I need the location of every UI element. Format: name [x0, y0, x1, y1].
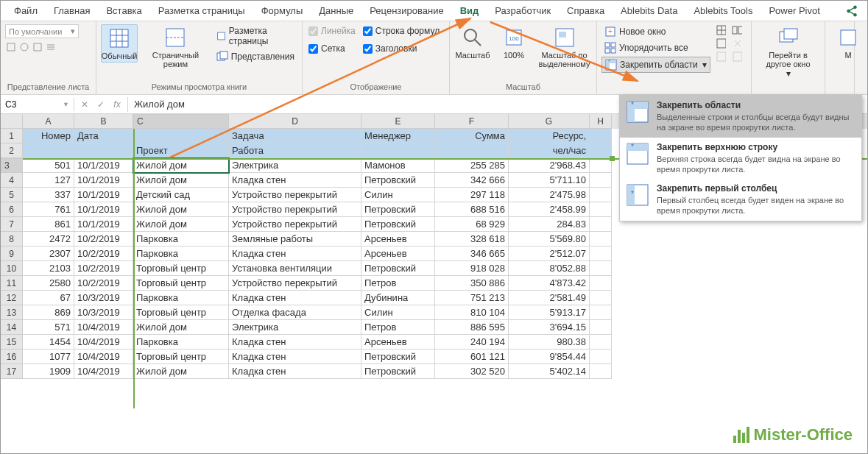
- cell[interactable]: 810 104: [435, 305, 509, 320]
- cell[interactable]: 68 929: [435, 217, 509, 232]
- headings-checkbox[interactable]: Заголовки: [361, 42, 441, 55]
- row-header[interactable]: 2: [1, 143, 23, 158]
- cell[interactable]: 10/1/2019: [74, 202, 133, 217]
- cell[interactable]: 1909: [23, 364, 74, 379]
- cell[interactable]: 342 666: [435, 173, 509, 188]
- cell[interactable]: 4'873.42: [509, 276, 590, 291]
- options-icon[interactable]: [45, 41, 57, 53]
- row-header[interactable]: 13: [1, 305, 23, 320]
- custom-views-button[interactable]: Представления: [214, 49, 297, 64]
- col-header-E[interactable]: E: [361, 114, 435, 129]
- cell[interactable]: Торговый центр: [133, 350, 229, 364]
- cell[interactable]: 284.83: [509, 217, 590, 232]
- cell[interactable]: 2472: [23, 232, 74, 246]
- cell[interactable]: Ресурс,: [509, 129, 590, 143]
- cell[interactable]: Силин: [361, 188, 435, 202]
- cell[interactable]: Кладка стен: [229, 173, 361, 188]
- cell[interactable]: 1454: [23, 335, 74, 350]
- zoom-button[interactable]: Масштаб: [454, 24, 491, 61]
- zoom-selection-button[interactable]: Масштаб по выделенному: [537, 24, 592, 70]
- cell[interactable]: Торговый центр: [133, 305, 229, 320]
- cell[interactable]: Номер: [23, 129, 74, 143]
- cell[interactable]: 10/3/2019: [74, 291, 133, 305]
- tab-help[interactable]: Справка: [560, 2, 612, 19]
- cell[interactable]: 302 520: [435, 364, 509, 379]
- cell[interactable]: [590, 202, 612, 217]
- cell[interactable]: Кладка стен: [229, 291, 361, 305]
- cell[interactable]: Установка вентиляции: [229, 261, 361, 276]
- row-header[interactable]: 7: [1, 217, 23, 232]
- col-header-G[interactable]: G: [509, 114, 590, 129]
- cell[interactable]: Жилой дом: [133, 320, 229, 335]
- tab-developer[interactable]: Разработчик: [487, 2, 558, 19]
- row-header[interactable]: 15: [1, 335, 23, 350]
- cell[interactable]: 980.38: [509, 335, 590, 350]
- cell[interactable]: 127: [23, 173, 74, 188]
- cell[interactable]: 2'968.43: [509, 158, 590, 173]
- cell[interactable]: [590, 320, 612, 335]
- cell[interactable]: 571: [23, 320, 74, 335]
- freeze-panes-item[interactable]: * Закрепить областиВыделенные строки и с…: [620, 96, 861, 138]
- new-icon[interactable]: [32, 41, 43, 53]
- cell[interactable]: 10/1/2019: [74, 158, 133, 173]
- row-header[interactable]: 8: [1, 232, 23, 246]
- cell[interactable]: Арсеньев: [361, 335, 435, 350]
- row-header[interactable]: 12: [1, 291, 23, 305]
- cell[interactable]: Кладка стен: [229, 364, 361, 379]
- cell[interactable]: Жилой дом: [133, 217, 229, 232]
- share-icon[interactable]: [845, 4, 858, 18]
- cell[interactable]: 240 194: [435, 335, 509, 350]
- macros-button[interactable]: М: [830, 24, 867, 61]
- arrange-all-button[interactable]: Упорядочить все: [601, 40, 710, 55]
- cell[interactable]: Петров: [361, 276, 435, 291]
- cell[interactable]: Дата: [74, 129, 133, 143]
- cell[interactable]: Проект: [133, 143, 229, 158]
- cell[interactable]: 9'854.44: [509, 350, 590, 364]
- cell[interactable]: Петровский: [361, 217, 435, 232]
- cell[interactable]: [74, 143, 133, 158]
- cell[interactable]: [590, 143, 612, 158]
- cell[interactable]: Парковка: [133, 335, 229, 350]
- tab-review[interactable]: Рецензирование: [362, 2, 451, 19]
- cell[interactable]: Жилой дом: [133, 173, 229, 188]
- cell[interactable]: Электрика: [229, 158, 361, 173]
- cell[interactable]: Петровский: [361, 261, 435, 276]
- cell[interactable]: Кладка стен: [229, 335, 361, 350]
- row-header[interactable]: 17: [1, 364, 23, 379]
- cell[interactable]: 10/1/2019: [74, 173, 133, 188]
- col-header-D[interactable]: D: [229, 114, 361, 129]
- cell[interactable]: 2580: [23, 276, 74, 291]
- cell[interactable]: Кладка стен: [229, 246, 361, 261]
- cell[interactable]: Петровский: [361, 350, 435, 364]
- reset-pos-button[interactable]: [731, 51, 743, 63]
- row-header[interactable]: 6: [1, 202, 23, 217]
- cell[interactable]: Петров: [361, 320, 435, 335]
- cell[interactable]: [590, 232, 612, 246]
- new-window-button[interactable]: + Новое окно: [601, 24, 710, 39]
- tab-data[interactable]: Данные: [311, 2, 361, 19]
- page-break-view-button[interactable]: Страничный режим: [142, 24, 208, 70]
- sheet-view-select[interactable]: По умолчании▾: [5, 24, 79, 38]
- cell[interactable]: [590, 217, 612, 232]
- cell[interactable]: 10/2/2019: [74, 276, 133, 291]
- cell[interactable]: 861: [23, 217, 74, 232]
- cell[interactable]: 350 886: [435, 276, 509, 291]
- cell[interactable]: Жилой дом: [133, 202, 229, 217]
- split-button[interactable]: [715, 24, 727, 36]
- zoom-100-button[interactable]: 100 100%: [495, 24, 532, 61]
- cell[interactable]: 501: [23, 158, 74, 173]
- cell[interactable]: [590, 291, 612, 305]
- row-header[interactable]: 9: [1, 246, 23, 261]
- cell[interactable]: [590, 173, 612, 188]
- cell[interactable]: 328 618: [435, 232, 509, 246]
- cell[interactable]: 346 665: [435, 246, 509, 261]
- cell[interactable]: 10/2/2019: [74, 246, 133, 261]
- cell[interactable]: [590, 364, 612, 379]
- row-header[interactable]: 14: [1, 320, 23, 335]
- row-header[interactable]: 5: [1, 188, 23, 202]
- row-header[interactable]: 10: [1, 261, 23, 276]
- cell[interactable]: 761: [23, 202, 74, 217]
- row-header[interactable]: 11: [1, 276, 23, 291]
- cell[interactable]: Парковка: [133, 291, 229, 305]
- select-all-button[interactable]: [1, 114, 23, 129]
